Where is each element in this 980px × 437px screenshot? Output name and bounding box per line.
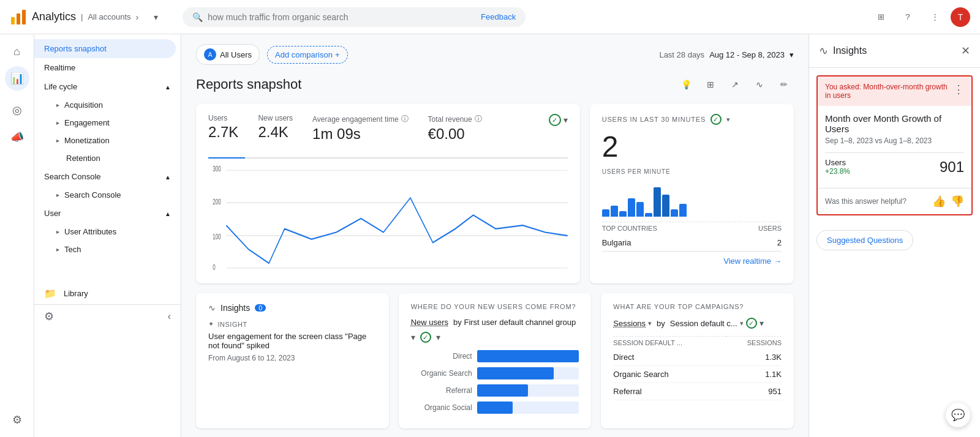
reports-nav-icon[interactable]: 📊 xyxy=(5,66,29,91)
campaigns-card-title: WHAT ARE YOUR TOP CAMPAIGNS? xyxy=(613,303,782,310)
sidebar-item-monetization[interactable]: ▸ Monetization xyxy=(34,132,181,149)
campaign-name: Organic Search xyxy=(613,366,725,383)
new-users-dropdown-icon[interactable]: ▾ xyxy=(436,332,440,342)
feedback-link[interactable]: Feedback xyxy=(481,12,516,21)
chart-icon[interactable]: ∿ xyxy=(750,75,769,94)
suggested-questions-area: Suggested Questions xyxy=(809,223,980,258)
main-content: A All Users Add comparison + Last 28 day… xyxy=(181,34,809,437)
settings-nav-icon[interactable]: ⚙ xyxy=(5,408,29,432)
date-range-value: Aug 12 - Sep 8, 2023 xyxy=(709,50,785,59)
table-row: Referral 951 xyxy=(613,383,782,400)
page-title: Reports snapshot xyxy=(196,77,301,92)
active-tab-indicator xyxy=(208,157,245,159)
edit-icon[interactable]: ✏ xyxy=(774,75,794,94)
campaigns-check-icon: ✓ xyxy=(746,318,757,329)
view-realtime-link[interactable]: View realtime → xyxy=(602,256,782,266)
insights-title-text: Insights xyxy=(221,303,250,313)
all-users-avatar: A xyxy=(204,48,216,61)
sidebar-section-lifecycle[interactable]: Life cycle xyxy=(34,77,181,96)
answer-card: You asked: Month-over-month growth in us… xyxy=(816,75,973,215)
campaign-table: SESSION DEFAULT ... SESSIONS Direct 1.3K… xyxy=(613,336,782,400)
sidebar-section-search-console[interactable]: Search Console xyxy=(34,167,181,186)
more-options-icon[interactable]: ⋮ xyxy=(924,6,946,28)
dropdown-chevron-icon: ▾ xyxy=(154,12,158,22)
sidebar-item-tech[interactable]: ▸ Tech xyxy=(34,241,181,258)
all-accounts-link[interactable]: All accounts xyxy=(88,12,130,21)
cards-row: Users 2.7K New users 2.4K xyxy=(196,104,794,283)
help-icon[interactable]: ? xyxy=(897,6,919,28)
add-icon: + xyxy=(335,50,340,59)
bar-organic-search: Organic Search xyxy=(411,367,579,379)
session-default-chevron-icon[interactable]: ▾ xyxy=(740,319,744,327)
bar-organic-social-fill xyxy=(477,402,513,414)
engagement-info-icon: ⓘ xyxy=(401,114,409,124)
realtime-dropdown-icon[interactable]: ▾ xyxy=(726,116,731,124)
chat-button[interactable]: 💬 xyxy=(946,403,970,427)
page-actions: 💡 ⊞ ↗ ∿ ✏ xyxy=(676,75,794,94)
sidebar-item-library[interactable]: 📁 Library xyxy=(34,283,176,304)
answer-card-more-icon[interactable]: ⋮ xyxy=(953,83,964,96)
bar-referral-fill xyxy=(477,384,528,397)
svg-text:0: 0 xyxy=(213,264,216,272)
campaigns-dropdown-icon[interactable]: ▾ xyxy=(760,318,764,328)
sidebar-item-engagement[interactable]: ▸ Engagement xyxy=(34,114,181,132)
breadcrumb-arrow: › xyxy=(136,12,139,22)
sessions-chevron-icon[interactable]: ▾ xyxy=(648,319,652,327)
insights-panel-body: You asked: Month-over-month growth in us… xyxy=(809,68,980,437)
avatar[interactable]: T xyxy=(951,7,970,27)
svg-rect-1 xyxy=(17,13,20,24)
country-users: 2 xyxy=(728,234,782,252)
settings-icon[interactable]: ⚙ xyxy=(44,310,54,323)
metrics-dropdown-icon[interactable]: ▾ xyxy=(564,115,568,125)
share-icon[interactable]: ↗ xyxy=(725,75,745,94)
sidebar-collapse-icon[interactable]: ‹ xyxy=(168,311,171,322)
search-console-label: Search Console xyxy=(44,172,101,181)
lightbulb-icon[interactable]: 💡 xyxy=(676,75,696,94)
thumbs-up-button[interactable]: 👍 xyxy=(932,195,946,208)
view-realtime-text: View realtime xyxy=(723,256,771,266)
svg-rect-0 xyxy=(11,17,15,24)
all-users-chip[interactable]: A All Users xyxy=(196,44,260,65)
campaign-name: Direct xyxy=(613,349,725,366)
sidebar-item-acquisition[interactable]: ▸ Acquisition xyxy=(34,96,181,114)
sidebar-item-user-attributes[interactable]: ▸ User Attributes xyxy=(34,223,181,241)
nav-dropdown[interactable]: ▾ xyxy=(146,7,165,27)
table-view-icon[interactable]: ⊞ xyxy=(701,75,720,94)
session-col-header: SESSION DEFAULT ... xyxy=(613,337,725,349)
sidebar-item-search-console[interactable]: ▸ Search Console xyxy=(34,186,181,204)
sidebar-item-realtime[interactable]: Realtime xyxy=(34,58,176,77)
monetization-label: Monetization xyxy=(64,136,110,145)
mini-bar-1 xyxy=(602,209,609,217)
insights-panel-title-text: Insights xyxy=(833,45,867,56)
insights-panel-close-icon[interactable]: ✕ xyxy=(961,44,970,58)
bar-organic-social: Organic Social xyxy=(411,402,579,414)
left-sidebar: Reports snapshot Realtime Life cycle ▸ A… xyxy=(34,34,181,437)
new-users-check-icon: ✓ xyxy=(420,332,431,343)
by-label: by xyxy=(657,319,665,328)
search-input[interactable] xyxy=(208,12,476,22)
add-comparison-button[interactable]: Add comparison + xyxy=(267,46,348,64)
metric-new-users-value: 2.4K xyxy=(258,124,293,141)
advertising-nav-icon[interactable]: 📣 xyxy=(5,125,29,149)
new-users-chevron-icon[interactable]: ▾ xyxy=(411,332,415,342)
sidebar-item-retention[interactable]: Retention xyxy=(34,149,181,167)
thumbs-down-button[interactable]: 👎 xyxy=(951,195,964,208)
home-nav-icon[interactable]: ⌂ xyxy=(5,39,29,64)
insights-panel-trend-icon: ∿ xyxy=(819,44,828,58)
sidebar-item-reports-snapshot[interactable]: Reports snapshot xyxy=(34,39,176,58)
bar-referral: Referral xyxy=(411,384,579,397)
date-range-chevron-icon: ▾ xyxy=(790,50,794,59)
date-range-selector[interactable]: Last 28 days Aug 12 - Sep 8, 2023 ▾ xyxy=(659,50,794,59)
realtime-card-header: USERS IN LAST 30 MINUTES ✓ ▾ xyxy=(602,114,782,125)
metric-revenue: Total revenue ⓘ €0.00 xyxy=(428,114,482,143)
apps-icon[interactable]: ⊞ xyxy=(870,6,892,28)
user-label: User xyxy=(44,209,61,218)
view-realtime-arrow-icon: → xyxy=(774,256,782,266)
explore-nav-icon[interactable]: ◎ xyxy=(5,98,29,122)
new-users-subtitle: New users xyxy=(411,318,448,327)
answer-metric-change: +23.8% xyxy=(825,167,850,176)
sidebar-section-user[interactable]: User xyxy=(34,204,181,223)
bar-organic-search-fill xyxy=(477,367,554,379)
suggested-questions-button[interactable]: Suggested Questions xyxy=(816,230,913,250)
bar-organic-social-track xyxy=(477,402,579,414)
